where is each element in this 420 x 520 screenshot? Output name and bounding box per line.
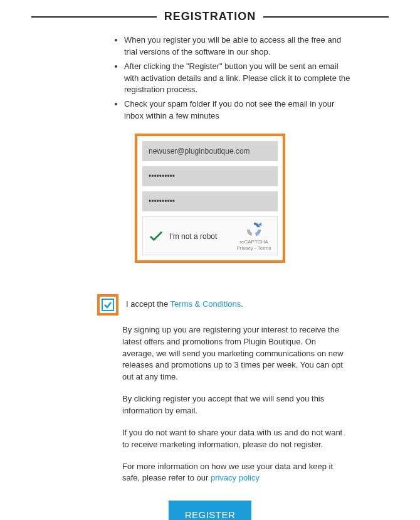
- recaptcha-brand-text: reCAPTCHA: [236, 239, 272, 245]
- divider: [263, 16, 389, 18]
- recaptcha-branding: reCAPTCHA Privacy - Terms: [236, 221, 272, 251]
- optout-disclosure: If you do not want to share your data wi…: [122, 427, 345, 451]
- email-disclosure: By clicking register you accept that we …: [122, 393, 345, 417]
- divider: [31, 16, 157, 18]
- bullet-item: When you register you will be able to ac…: [124, 34, 351, 58]
- terms-checkbox[interactable]: [102, 299, 114, 311]
- marketing-disclosure: By signing up you are registering your i…: [122, 324, 345, 383]
- page-title-row: REGISTRATION: [31, 10, 389, 23]
- privacy-disclosure: For more information on how we use your …: [122, 461, 345, 485]
- privacy-policy-link[interactable]: privacy policy: [211, 473, 260, 482]
- consent-suffix: .: [241, 299, 243, 309]
- terms-conditions-link[interactable]: Terms & Conditions: [171, 299, 241, 309]
- checkbox-highlight: [97, 294, 118, 316]
- page-title: REGISTRATION: [157, 10, 264, 23]
- checkmark-icon: [103, 300, 112, 309]
- recaptcha-label: I'm not a robot: [169, 232, 236, 241]
- password-field[interactable]: [142, 166, 278, 186]
- recaptcha-legal-text: Privacy - Terms: [236, 245, 272, 252]
- email-field[interactable]: [142, 141, 278, 161]
- consent-prefix: I accept the: [126, 299, 171, 309]
- checkmark-icon: [149, 231, 163, 242]
- bullet-item: After clicking the "Register" button you…: [124, 61, 351, 97]
- confirm-password-field[interactable]: [142, 191, 278, 211]
- bullet-item: Check your spam folder if you do not see…: [124, 98, 351, 122]
- terms-consent-row: I accept the Terms & Conditions.: [100, 294, 345, 316]
- recaptcha-icon: [244, 221, 263, 238]
- intro-bullets: When you register you will be able to ac…: [31, 34, 389, 122]
- terms-consent-text: I accept the Terms & Conditions.: [126, 294, 243, 309]
- registration-form-highlight: I'm not a robot reCAPTCHA Privacy - Term…: [135, 134, 285, 263]
- recaptcha-widget[interactable]: I'm not a robot reCAPTCHA Privacy - Term…: [142, 216, 278, 255]
- register-button[interactable]: REGISTER: [169, 501, 252, 520]
